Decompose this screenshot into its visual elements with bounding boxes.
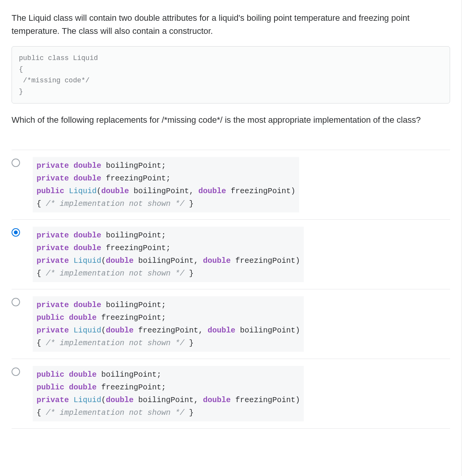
- radio-button[interactable]: [12, 298, 20, 306]
- answer-code: private double boilingPoint; private dou…: [33, 227, 304, 282]
- radio-cell: [12, 296, 33, 306]
- question-code: public class Liquid { /*missing code*/ }: [19, 53, 443, 97]
- answer-option[interactable]: public double boilingPoint; public doubl…: [12, 359, 450, 429]
- radio-cell: [12, 366, 33, 376]
- question-page: The Liquid class will contain two double…: [0, 0, 462, 476]
- answer-options: private double boilingPoint; private dou…: [12, 150, 450, 429]
- answer-code: private double boilingPoint; public doub…: [33, 296, 304, 352]
- question-code-box: public class Liquid { /*missing code*/ }: [12, 46, 450, 104]
- question-followup: Which of the following replacements for …: [12, 114, 450, 127]
- radio-button[interactable]: [12, 228, 20, 237]
- answer-option[interactable]: private double boilingPoint; private dou…: [12, 220, 450, 289]
- radio-cell: [12, 157, 33, 167]
- question-intro: The Liquid class will contain two double…: [12, 12, 450, 38]
- radio-button[interactable]: [12, 367, 20, 376]
- radio-button[interactable]: [12, 159, 20, 167]
- answer-code: public double boilingPoint; public doubl…: [33, 366, 304, 421]
- answer-option[interactable]: private double boilingPoint; public doub…: [12, 289, 450, 359]
- answer-code: private double boilingPoint; private dou…: [33, 157, 299, 212]
- answer-option[interactable]: private double boilingPoint; private dou…: [12, 150, 450, 220]
- radio-cell: [12, 227, 33, 237]
